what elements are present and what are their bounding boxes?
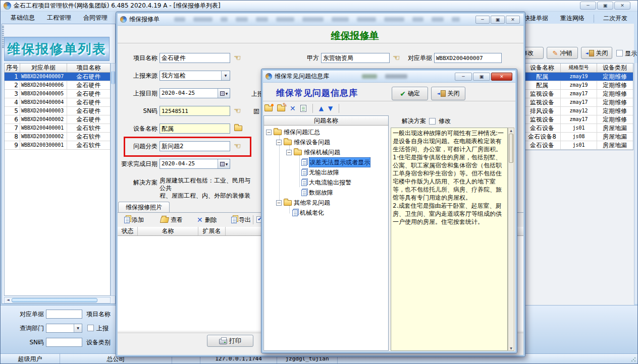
vertical-scrollbar[interactable] bbox=[111, 63, 116, 296]
maximize-icon[interactable]: ▣ bbox=[473, 73, 490, 81]
edit-note-icon[interactable] bbox=[300, 105, 306, 112]
column-header-device[interactable]: 设备名称 bbox=[524, 64, 561, 72]
minimize-icon[interactable]: ─ bbox=[475, 16, 490, 24]
modify-checkbox[interactable] bbox=[429, 118, 436, 125]
scroll-up-icon[interactable]: ▲ bbox=[510, 129, 512, 132]
source-combo[interactable]: 我方巡检 ▼ bbox=[160, 71, 230, 81]
print-button[interactable]: 打印 bbox=[207, 335, 253, 347]
maximize-icon[interactable]: ▣ bbox=[597, 2, 613, 10]
column-header-project[interactable]: 项目名称 bbox=[67, 64, 110, 72]
right-scrollbar[interactable] bbox=[634, 63, 638, 304]
tree-item[interactable]: − 维保问题汇总 bbox=[264, 127, 388, 137]
table-row[interactable]: 9WBBXD200300001金石软件 bbox=[5, 141, 110, 150]
close-icon[interactable]: ✕ bbox=[506, 16, 520, 24]
menu-contract-mgmt[interactable]: 合同管理 bbox=[78, 12, 113, 24]
tree-item-selected[interactable]: 误差无法显示或者显示 bbox=[264, 157, 388, 167]
table-row[interactable]: 7WBBXD200400001金石软件 bbox=[5, 124, 110, 133]
table-row[interactable]: 2WBBXD200400006金石硬件 bbox=[5, 81, 110, 90]
calendar-icon[interactable]: ▼ bbox=[218, 159, 230, 168]
tree-item-label[interactable]: 机械老化 bbox=[300, 208, 324, 217]
report-checkbox[interactable] bbox=[87, 325, 94, 331]
table-row[interactable]: 配属zmay19定期维修 bbox=[524, 73, 633, 81]
tree-item-label[interactable]: 大电流输出报警 bbox=[309, 178, 351, 187]
table-row[interactable]: 金石设备js01房屋地漏 bbox=[524, 141, 633, 150]
table-row[interactable]: 监视设备zmay17定期维修 bbox=[524, 90, 633, 98]
ok-button[interactable]: ✔ 确定 bbox=[392, 87, 428, 100]
column-header-name[interactable]: 名称 bbox=[138, 227, 198, 235]
hand-picker-icon[interactable]: ☜ bbox=[234, 106, 241, 116]
dialog-titlebar[interactable]: 维保报修单 bbox=[118, 14, 523, 26]
device-input[interactable] bbox=[160, 124, 230, 134]
table-row[interactable]: 4WBBXD200400004金石硬件 bbox=[5, 98, 110, 107]
search-dept-combo[interactable]: ▼ bbox=[46, 324, 82, 333]
sn-input[interactable] bbox=[160, 106, 230, 116]
writeoff-button[interactable]: ✎ 冲销 bbox=[547, 47, 578, 59]
minimize-icon[interactable]: ─ bbox=[580, 2, 596, 10]
solution-text[interactable]: 一般出现这种故障的可能性有三种情况:一是设备自身出现问题。在电能表检定装有生活答… bbox=[391, 128, 508, 351]
new-folder-icon[interactable] bbox=[264, 106, 273, 111]
scrollbar-thumb[interactable] bbox=[509, 134, 513, 163]
table-row[interactable]: 5WBBXD200400003金石硬件 bbox=[5, 107, 110, 115]
tree-item-label[interactable]: 数据故障 bbox=[309, 188, 333, 197]
tree-item-label[interactable]: 无输出故障 bbox=[309, 168, 339, 177]
solution-memo[interactable]: 房屋建筑工程包括：工业、民用与公共 程、屋面工程、内、外部的装修装饰工 一、按用… bbox=[160, 177, 253, 200]
delete-photo-button[interactable]: ✕ 删除 bbox=[195, 214, 219, 225]
tree-item-label[interactable]: 维保设备问题 bbox=[294, 138, 330, 147]
table-row[interactable]: 配属zmay19定期维修 bbox=[524, 81, 633, 90]
order-input[interactable] bbox=[434, 53, 502, 63]
calendar-icon[interactable]: ▼ bbox=[218, 89, 230, 98]
close-icon[interactable]: ✕ bbox=[491, 73, 512, 81]
project-input[interactable] bbox=[160, 53, 230, 63]
tree-item[interactable]: 数据故障 bbox=[264, 188, 388, 198]
tree-item-label[interactable]: 维保机械问题 bbox=[304, 148, 340, 157]
table-row[interactable]: 金石设备8js08房屋地漏 bbox=[524, 133, 633, 141]
view-photo-button[interactable]: 查看 bbox=[158, 214, 185, 225]
table-row[interactable]: 8WBBXD200300002金石软件 bbox=[5, 133, 110, 141]
tree-item[interactable]: 无输出故障 bbox=[264, 167, 388, 177]
table-row[interactable]: 监视设备zmay17定期维修 bbox=[524, 98, 633, 107]
scrollbar-thumb[interactable] bbox=[12, 298, 97, 302]
due-date-picker[interactable]: 2020-04-25 ▼ bbox=[160, 159, 230, 169]
column-header-ext[interactable]: 扩展名 bbox=[198, 227, 226, 235]
export-photo-button[interactable]: 导出 bbox=[229, 214, 253, 225]
add-photo-button[interactable]: 添加 bbox=[122, 214, 146, 225]
minimize-icon[interactable]: ─ bbox=[455, 73, 472, 81]
tree-item-label[interactable]: 误差无法显示或者显示 bbox=[309, 157, 370, 167]
chevron-down-icon[interactable]: ▼ bbox=[221, 71, 230, 80]
tree-item-label[interactable]: 维保问题汇总 bbox=[284, 128, 320, 137]
folder-icon[interactable] bbox=[234, 126, 242, 131]
collapse-icon[interactable]: − bbox=[276, 140, 282, 145]
collapse-icon[interactable]: − bbox=[266, 130, 272, 135]
resize-grip[interactable] bbox=[631, 357, 636, 362]
horizontal-scrollbar[interactable]: ◄ bbox=[4, 297, 111, 304]
move-up-icon[interactable]: ▲ bbox=[319, 105, 324, 111]
column-header-category[interactable]: 设备类别 bbox=[597, 64, 632, 72]
search-order-input[interactable] bbox=[46, 310, 82, 319]
table-row[interactable]: 金石设备js01房屋地漏 bbox=[524, 124, 633, 133]
edit-folder-icon[interactable] bbox=[277, 106, 285, 111]
tree-item[interactable]: 机械老化 bbox=[264, 208, 388, 218]
collapse-icon[interactable]: − bbox=[286, 150, 292, 155]
delete-x-icon[interactable]: ✕ bbox=[290, 105, 296, 112]
party-input[interactable] bbox=[321, 53, 390, 63]
show-checkbox[interactable] bbox=[616, 50, 623, 56]
maximize-icon[interactable]: ▣ bbox=[491, 16, 505, 24]
report-date-picker[interactable]: 2020-04-25 ▼ bbox=[160, 88, 230, 98]
tree-item[interactable]: − 维保设备问题 bbox=[264, 137, 388, 147]
table-row[interactable]: 排风设备zmay12定期维修 bbox=[524, 107, 633, 115]
search-sn-input[interactable] bbox=[46, 338, 82, 347]
tree-column-header[interactable]: 问题名称 bbox=[264, 116, 388, 126]
column-header-status[interactable]: 状态 bbox=[118, 227, 138, 235]
close-icon[interactable]: ✕ bbox=[614, 2, 630, 10]
menu-reconnect[interactable]: 重连网络 bbox=[555, 13, 590, 24]
column-header-model[interactable]: 规格型号 bbox=[561, 64, 597, 72]
menu-secondary-dev[interactable]: 二次开发 bbox=[598, 13, 632, 24]
tree-item[interactable]: − 其他常见问题 bbox=[264, 198, 388, 208]
table-row[interactable]: 3WBBXD200400005金石硬件 bbox=[5, 90, 110, 98]
column-header-order[interactable]: 对应单据 bbox=[20, 64, 67, 72]
tree-item[interactable]: − 维保机械问题 bbox=[264, 147, 388, 157]
table-row[interactable]: 1WBBXD200400007金石硬件 bbox=[5, 73, 110, 81]
scroll-down-icon[interactable]: ▼ bbox=[510, 346, 512, 350]
tree-item[interactable]: 大电流输出报警 bbox=[264, 177, 388, 188]
collapse-icon[interactable]: − bbox=[276, 200, 282, 206]
